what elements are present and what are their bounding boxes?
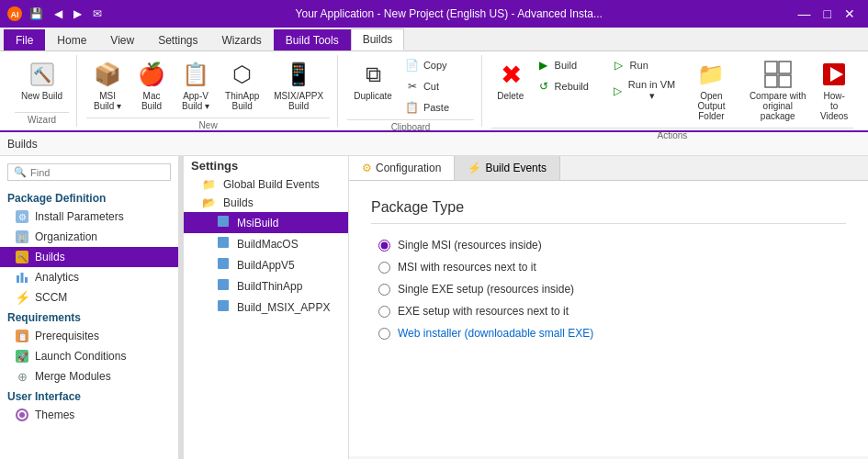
radio-msi-resources[interactable] xyxy=(378,262,390,274)
minimize-button[interactable]: — xyxy=(793,5,817,23)
tree-builds-folder[interactable]: 📂 Builds xyxy=(184,194,348,212)
quick-access-toolbar: 💾 ◀ ▶ ✉ xyxy=(26,6,106,22)
copy-icon: 📄 xyxy=(405,58,420,73)
build-macos-icon xyxy=(217,236,230,252)
duplicate-button[interactable]: ⧉ Duplicate xyxy=(347,55,399,106)
msix-build-button[interactable]: 📱 MSIX/APPXBuild xyxy=(267,55,330,116)
howto-button[interactable]: How-toVideos xyxy=(815,55,853,126)
analytics-icon xyxy=(15,270,29,285)
sidebar-item-organization[interactable]: 🏢 Organization xyxy=(0,227,178,247)
sidebar-item-merge-modules[interactable]: ⊕ Merge Modules xyxy=(0,366,178,386)
build-events-tab-icon: ⚡ xyxy=(468,162,481,174)
svg-rect-32 xyxy=(218,300,229,311)
radio-item-4[interactable]: EXE setup with resources next to it xyxy=(378,305,846,318)
tab-settings[interactable]: Settings xyxy=(146,29,209,50)
radio-web-installer[interactable] xyxy=(378,328,390,340)
svg-rect-8 xyxy=(779,75,791,87)
ribbon: 🔨 New Build Wizard 📦 MSIBuild ▾ 🍎 MacBui… xyxy=(0,51,868,132)
tab-configuration[interactable]: ⚙ Configuration xyxy=(349,156,455,180)
clipboard-small-buttons: 📄 Copy ✂ Cut 📋 Paste xyxy=(400,55,474,118)
tab-builds[interactable]: Builds xyxy=(351,28,405,50)
sidebar-item-themes[interactable]: Themes xyxy=(0,405,178,425)
global-build-events-icon: 📁 xyxy=(202,178,216,191)
build-button[interactable]: ▶ Build xyxy=(532,55,605,75)
build-icon: ▶ xyxy=(536,58,551,73)
cut-icon: ✂ xyxy=(405,79,420,94)
appv-build-button[interactable]: 📋 App-VBuild ▾ xyxy=(175,55,217,116)
radio-item-1[interactable]: Single MSI (resources inside) xyxy=(378,239,846,252)
launch-conditions-icon: 🚀 xyxy=(15,349,29,364)
settings-root: Settings xyxy=(184,156,348,175)
tab-build-events[interactable]: ⚡ Build Events xyxy=(455,156,560,180)
tab-file[interactable]: File xyxy=(4,29,45,50)
compare-button[interactable]: Compare withoriginal package xyxy=(742,55,813,126)
run-buttons: ▷ Run ▷ Run in VM ▾ xyxy=(607,55,681,105)
configuration-tab-icon: ⚙ xyxy=(362,162,372,174)
cut-button[interactable]: ✂ Cut xyxy=(400,76,474,96)
tree-build-appv5[interactable]: BuildAppV5 xyxy=(184,254,348,275)
sidebar-item-builds[interactable]: 🔨 Builds xyxy=(0,247,178,267)
title-bar: AI 💾 ◀ ▶ ✉ Your Application - New Projec… xyxy=(0,0,868,28)
radio-item-2[interactable]: MSI with resources next to it xyxy=(378,261,846,274)
svg-rect-18 xyxy=(21,273,24,283)
maximize-button[interactable]: □ xyxy=(818,5,837,23)
paste-button[interactable]: 📋 Paste xyxy=(400,97,474,118)
package-type-title: Package Type xyxy=(371,199,846,224)
msi-build-button[interactable]: 📦 MSIBuild ▾ xyxy=(86,55,129,116)
save-button[interactable]: 💾 xyxy=(26,6,47,22)
run-in-vm-button[interactable]: ▷ Run in VM ▾ xyxy=(607,76,681,105)
search-box[interactable]: 🔍 xyxy=(7,163,171,181)
sidebar-item-install-params[interactable]: ⚙ Install Parameters xyxy=(0,207,178,227)
app-icon: AI xyxy=(7,6,22,21)
radio-exe-resources[interactable] xyxy=(378,306,390,318)
merge-modules-icon: ⊕ xyxy=(15,369,29,384)
sidebar: 🔍 Package Definition ⚙ Install Parameter… xyxy=(0,156,179,459)
radio-item-5[interactable]: Web installer (downloadable small EXE) xyxy=(378,327,846,340)
sidebar-item-launch-conditions[interactable]: 🚀 Launch Conditions xyxy=(0,346,178,366)
rebuild-icon: ↺ xyxy=(536,79,551,94)
tree-global-build-events[interactable]: 📁 Global Build Events xyxy=(184,175,348,194)
paste-icon: 📋 xyxy=(405,100,420,115)
copy-button[interactable]: 📄 Copy xyxy=(400,55,474,75)
tab-wizards[interactable]: Wizards xyxy=(210,29,274,50)
new-build-icon: 🔨 xyxy=(28,60,57,89)
tab-home[interactable]: Home xyxy=(45,29,98,50)
close-button[interactable]: ✕ xyxy=(839,5,861,23)
sidebar-item-sccm[interactable]: ⚡ SCCM xyxy=(0,287,178,308)
new-build-button[interactable]: 🔨 New Build xyxy=(15,55,69,106)
tree-msi-build[interactable]: MsiBuild xyxy=(184,212,348,233)
breadcrumb-text: Builds xyxy=(7,138,38,151)
undo-button[interactable]: ◀ xyxy=(51,6,66,22)
redo-button[interactable]: ▶ xyxy=(70,6,85,22)
prerequisites-label: Prerequisites xyxy=(35,330,99,342)
sidebar-item-prerequisites[interactable]: 📋 Prerequisites xyxy=(0,326,178,346)
svg-text:📋: 📋 xyxy=(17,331,28,342)
radio-single-exe[interactable] xyxy=(378,284,390,296)
msi-icon: 📦 xyxy=(93,60,122,89)
tree-build-msix-appx[interactable]: Build_MSIX_APPX xyxy=(184,297,348,318)
rebuild-button[interactable]: ↺ Rebuild xyxy=(532,76,605,96)
tree-build-thinapp[interactable]: BuildThinApp xyxy=(184,275,348,297)
web-installer-link[interactable]: Web installer (downloadable small EXE) xyxy=(398,327,593,340)
section-user-interface: User Interface xyxy=(0,386,178,405)
search-input[interactable] xyxy=(30,167,164,178)
radio-single-msi[interactable] xyxy=(378,240,390,252)
tab-build-tools[interactable]: Build Tools xyxy=(274,29,351,50)
radio-label-1: Single MSI (resources inside) xyxy=(398,239,542,252)
open-output-button[interactable]: 📁 Open OutputFolder xyxy=(682,55,741,126)
email-button[interactable]: ✉ xyxy=(89,6,106,22)
tree-build-macos[interactable]: BuildMacOS xyxy=(184,233,348,254)
radio-item-3[interactable]: Single EXE setup (resources inside) xyxy=(378,283,846,296)
tab-view[interactable]: View xyxy=(98,29,146,50)
thinapp-build-button[interactable]: ⬡ ThinAppBuild xyxy=(219,55,265,116)
run-button[interactable]: ▷ Run xyxy=(607,55,681,75)
launch-conditions-label: Launch Conditions xyxy=(35,350,126,363)
install-params-icon: ⚙ xyxy=(15,209,29,224)
delete-button[interactable]: ✖ Delete xyxy=(491,55,530,106)
build-appv5-icon xyxy=(217,257,230,273)
sidebar-item-analytics[interactable]: Analytics xyxy=(0,267,178,287)
svg-rect-28 xyxy=(218,216,229,227)
build-buttons: ▶ Build ↺ Rebuild xyxy=(532,55,605,96)
themes-icon xyxy=(15,408,29,422)
mac-build-button[interactable]: 🍎 MacBuild xyxy=(130,55,173,116)
